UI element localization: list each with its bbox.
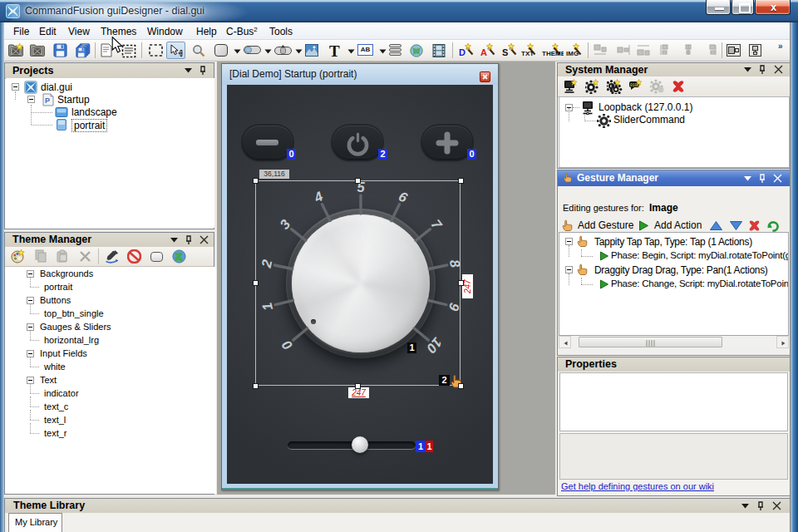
svg-text:A: A <box>480 47 487 57</box>
svg-text:D: D <box>459 47 466 57</box>
svg-text:THEME: THEME <box>542 50 564 57</box>
svg-text:TXT: TXT <box>521 50 534 57</box>
svg-text:IMG: IMG <box>566 50 579 57</box>
svg-text:P: P <box>45 96 50 105</box>
svg-text:S: S <box>502 47 508 57</box>
